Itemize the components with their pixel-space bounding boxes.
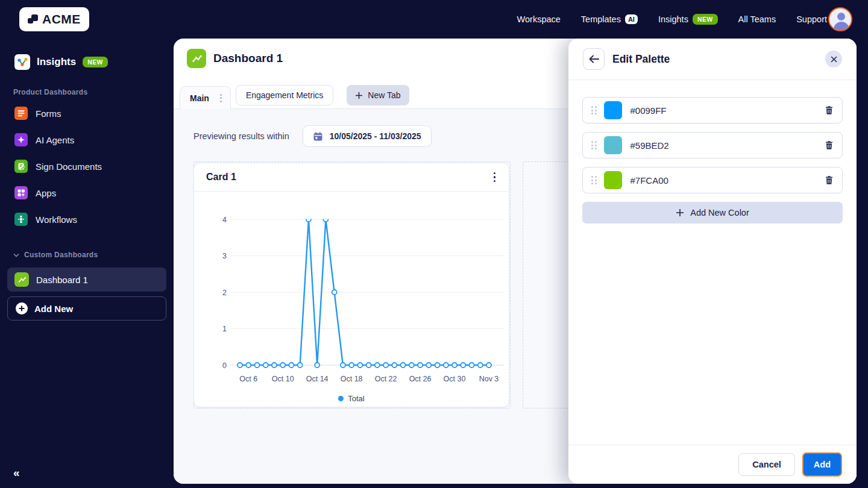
sidebar-app-label: Insights bbox=[37, 56, 76, 68]
page-title: Dashboard 1 bbox=[213, 52, 283, 65]
calendar-icon bbox=[313, 131, 323, 142]
acme-logo[interactable]: ACME bbox=[19, 7, 89, 31]
top-navbar: ACME Workspace TemplatesAI InsightsNEW A… bbox=[0, 0, 868, 39]
legend-dot-icon bbox=[338, 396, 344, 401]
sign-documents-icon bbox=[14, 160, 28, 173]
color-hex-value: #7FCA00 bbox=[631, 175, 825, 186]
edit-palette-panel: Edit Palette #0099FF #59BED2 #7FCA00 bbox=[568, 39, 857, 484]
sidebar-item-ai-agents[interactable]: AI Agents bbox=[0, 127, 174, 153]
tab-main[interactable]: Main bbox=[180, 86, 231, 109]
sidebar-item-dashboard-1[interactable]: Dashboard 1 bbox=[7, 267, 166, 292]
color-hex-value: #59BED2 bbox=[631, 140, 825, 151]
drag-handle-icon[interactable] bbox=[591, 106, 597, 114]
nav-item-support[interactable]: Support bbox=[796, 14, 827, 24]
svg-text:Oct 26: Oct 26 bbox=[409, 375, 432, 383]
plus-icon bbox=[676, 208, 684, 217]
sidebar-new-badge: NEW bbox=[83, 57, 108, 67]
avatar[interactable] bbox=[828, 7, 852, 31]
delete-color-icon[interactable] bbox=[825, 105, 834, 115]
apps-icon bbox=[14, 186, 28, 199]
date-range-value: 10/05/2025 - 11/03/2025 bbox=[330, 131, 421, 141]
delete-color-icon[interactable] bbox=[825, 140, 834, 150]
svg-text:Nov 3: Nov 3 bbox=[479, 375, 499, 383]
ai-badge: AI bbox=[625, 14, 638, 24]
plus-icon bbox=[355, 92, 363, 99]
svg-text:Oct 10: Oct 10 bbox=[272, 375, 294, 383]
delete-color-icon[interactable] bbox=[825, 175, 834, 185]
legend-label: Total bbox=[348, 394, 364, 403]
svg-text:1: 1 bbox=[222, 325, 227, 333]
chevron-down-icon bbox=[13, 253, 19, 257]
sidebar-item-workflows[interactable]: Workflows bbox=[0, 206, 174, 233]
svg-text:Oct 18: Oct 18 bbox=[341, 375, 363, 383]
insights-app-icon bbox=[14, 54, 30, 70]
svg-text:Oct 6: Oct 6 bbox=[239, 375, 257, 383]
arrow-left-icon bbox=[589, 55, 599, 63]
cancel-button[interactable]: Cancel bbox=[738, 453, 795, 476]
add-new-color-button[interactable]: Add New Color bbox=[582, 202, 843, 224]
nav-item-workspace[interactable]: Workspace bbox=[517, 14, 561, 24]
svg-text:0: 0 bbox=[222, 361, 227, 370]
svg-text:4: 4 bbox=[222, 216, 227, 224]
color-swatch[interactable] bbox=[604, 101, 622, 119]
tab-engagement-metrics[interactable]: Engagement Metrics bbox=[236, 85, 333, 105]
chart-legend: Total bbox=[194, 394, 509, 403]
ai-agents-icon bbox=[14, 133, 28, 146]
workflows-icon bbox=[14, 213, 28, 226]
add-button[interactable]: Add bbox=[802, 452, 842, 477]
acme-logo-icon bbox=[25, 11, 41, 27]
nav-items: Workspace TemplatesAI InsightsNEW All Te… bbox=[517, 0, 827, 39]
new-badge: NEW bbox=[693, 14, 718, 25]
preview-label: Previewing results within bbox=[193, 131, 289, 141]
close-icon bbox=[831, 56, 837, 63]
logo-text: ACME bbox=[42, 12, 81, 27]
tab-options-kebab-icon[interactable] bbox=[219, 92, 223, 105]
section-product-dashboards: Product Dashboards bbox=[0, 70, 174, 100]
nav-item-all-teams[interactable]: All Teams bbox=[738, 14, 776, 24]
new-tab-button[interactable]: New Tab bbox=[347, 85, 409, 105]
add-new-dashboard-button[interactable]: Add New bbox=[7, 296, 166, 321]
svg-text:Oct 30: Oct 30 bbox=[444, 375, 466, 383]
forms-icon bbox=[14, 107, 28, 120]
panel-title: Edit Palette bbox=[612, 53, 817, 66]
line-chart: 01234Oct 6Oct 10Oct 14Oct 18Oct 22Oct 26… bbox=[194, 192, 510, 390]
color-row: #0099FF bbox=[582, 97, 843, 124]
plus-circle-icon bbox=[15, 302, 28, 315]
drag-handle-icon[interactable] bbox=[591, 141, 597, 149]
dashboard-icon bbox=[14, 272, 29, 287]
section-custom-dashboards[interactable]: Custom Dashboards bbox=[0, 233, 174, 263]
color-row: #7FCA00 bbox=[582, 167, 843, 193]
sidebar-item-forms[interactable]: Forms bbox=[0, 100, 174, 127]
sidebar-item-apps[interactable]: Apps bbox=[0, 180, 174, 206]
drag-handle-icon[interactable] bbox=[591, 176, 597, 184]
nav-item-templates[interactable]: TemplatesAI bbox=[581, 14, 638, 24]
avatar-person-icon bbox=[837, 13, 845, 20]
date-range-picker[interactable]: 10/05/2025 - 11/03/2025 bbox=[303, 125, 432, 147]
color-row: #59BED2 bbox=[582, 132, 843, 158]
nav-item-insights[interactable]: InsightsNEW bbox=[658, 14, 718, 25]
sidebar-item-sign-documents[interactable]: Sign Documents bbox=[0, 153, 174, 180]
close-button[interactable] bbox=[825, 51, 842, 67]
sidebar: Insights NEW Product Dashboards Forms AI… bbox=[0, 39, 174, 488]
svg-text:Oct 14: Oct 14 bbox=[306, 375, 329, 383]
card-menu-kebab-icon[interactable] bbox=[490, 169, 500, 186]
sidebar-collapse-button[interactable]: « bbox=[13, 466, 20, 480]
svg-text:3: 3 bbox=[222, 252, 227, 260]
dashboard-title-icon bbox=[187, 49, 206, 68]
color-swatch[interactable] bbox=[604, 136, 622, 154]
svg-text:Oct 22: Oct 22 bbox=[375, 375, 397, 383]
card-1: Card 1 01234Oct 6Oct 10Oct 14Oct 18Oct 2… bbox=[193, 163, 509, 407]
back-button[interactable] bbox=[583, 48, 605, 70]
color-swatch[interactable] bbox=[604, 171, 622, 189]
color-hex-value: #0099FF bbox=[631, 105, 825, 116]
sidebar-app-insights[interactable]: Insights NEW bbox=[0, 39, 174, 70]
svg-text:2: 2 bbox=[222, 289, 227, 297]
card-title: Card 1 bbox=[206, 172, 236, 183]
